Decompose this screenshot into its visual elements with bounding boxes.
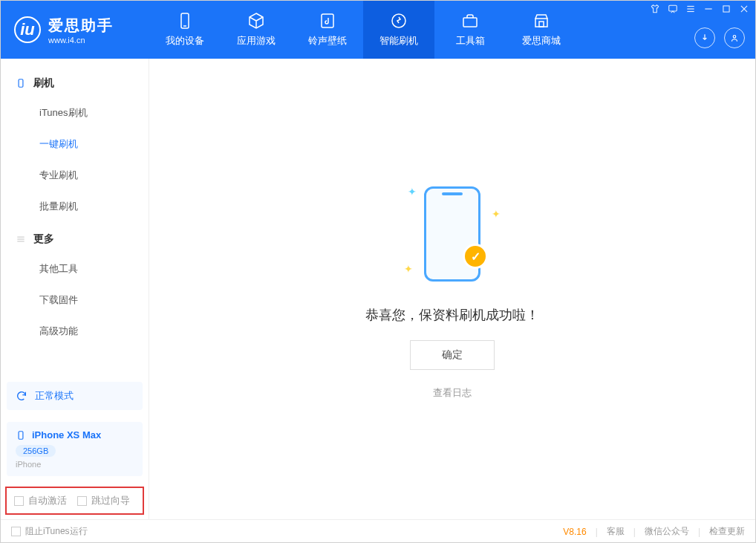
sidebar-item-pro[interactable]: 专业刷机 [1, 160, 149, 191]
svg-rect-19 [19, 431, 23, 439]
nav-toolbox[interactable]: 工具箱 [434, 1, 506, 59]
nav-label: 智能刷机 [379, 34, 418, 48]
sidebar-item-firmware[interactable]: 下载固件 [1, 284, 149, 316]
checkbox-label: 跳过向导 [91, 494, 130, 507]
nav-ringtones[interactable]: 铃声壁纸 [292, 1, 363, 59]
device-info-box[interactable]: iPhone XS Max 256GB iPhone [7, 422, 143, 476]
maximize-icon[interactable] [721, 4, 731, 14]
device-mode-label: 正常模式 [35, 389, 74, 403]
block-itunes-checkbox[interactable]: 阻止iTunes运行 [11, 525, 88, 538]
options-row: 自动激活 跳过向导 [5, 487, 144, 515]
version-label: V8.16 [563, 527, 586, 537]
success-illustration: ✦ ✦ ✦ ✓ [385, 178, 519, 290]
checkbox-label: 自动激活 [28, 494, 67, 507]
main-content: ✦ ✦ ✦ ✓ 恭喜您，保资料刷机成功啦！ 确定 查看日志 [149, 59, 755, 519]
sidebar-group-flash: 刷机 [1, 66, 149, 97]
close-icon[interactable] [739, 4, 749, 14]
logo-icon: iu [14, 16, 41, 43]
footer: 阻止iTunes运行 V8.16 | 客服 | 微信公众号 | 检查更新 [1, 519, 755, 543]
menu-icon[interactable] [685, 4, 696, 14]
phone-small-icon [16, 430, 26, 440]
svg-rect-2 [322, 14, 333, 27]
skip-guide-checkbox[interactable]: 跳过向导 [77, 494, 130, 507]
feedback-icon[interactable] [668, 4, 678, 14]
svg-rect-15 [19, 79, 23, 88]
ok-button[interactable]: 确定 [410, 340, 495, 370]
sidebar: 刷机 iTunes刷机 一键刷机 专业刷机 批量刷机 更多 其他工具 下载固件 … [1, 59, 149, 519]
app-subtitle: www.i4.cn [48, 36, 114, 45]
app-header: iu 爱思助手 www.i4.cn 我的设备 应用游戏 铃声壁纸 智能刷机 工具… [1, 1, 755, 59]
storage-badge: 256GB [16, 445, 56, 457]
titlebar-controls [650, 4, 749, 14]
download-button[interactable] [694, 27, 715, 48]
sync-icon [16, 390, 27, 402]
view-log-link[interactable]: 查看日志 [433, 386, 472, 400]
sidebar-item-itunes[interactable]: iTunes刷机 [1, 97, 149, 129]
sidebar-item-other[interactable]: 其他工具 [1, 253, 149, 284]
nav-label: 工具箱 [456, 34, 485, 48]
nav-label: 铃声壁纸 [308, 34, 347, 48]
svg-rect-4 [535, 19, 547, 27]
user-button[interactable] [724, 27, 745, 48]
svg-point-14 [733, 36, 736, 39]
phone-icon [16, 78, 26, 88]
cube-icon [247, 12, 265, 30]
checkbox-icon [14, 496, 24, 506]
store-icon [532, 12, 550, 30]
check-icon: ✓ [463, 244, 488, 269]
header-right-icons [694, 27, 745, 48]
logo-area: iu 爱思助手 www.i4.cn [1, 1, 149, 59]
checkbox-label: 阻止iTunes运行 [25, 525, 88, 538]
toolbox-icon [461, 12, 479, 30]
refresh-icon [390, 12, 408, 30]
checkbox-icon [77, 496, 87, 506]
device-type-label: iPhone [16, 460, 134, 469]
nav-store[interactable]: 爱思商城 [506, 1, 577, 59]
svg-rect-5 [539, 22, 544, 27]
checkbox-icon [11, 527, 21, 536]
footer-link-support[interactable]: 客服 [607, 525, 625, 538]
nav-my-device[interactable]: 我的设备 [149, 1, 221, 59]
minimize-icon[interactable] [703, 4, 714, 14]
device-name-label: iPhone XS Max [32, 429, 101, 440]
device-mode-box[interactable]: 正常模式 [7, 382, 143, 410]
footer-link-update[interactable]: 检查更新 [709, 525, 745, 538]
svg-rect-6 [669, 5, 677, 11]
list-icon [16, 234, 26, 244]
app-title: 爱思助手 [48, 16, 114, 36]
device-icon [176, 12, 194, 30]
svg-rect-11 [723, 6, 729, 12]
auto-activate-checkbox[interactable]: 自动激活 [14, 494, 67, 507]
sidebar-item-batch[interactable]: 批量刷机 [1, 191, 149, 222]
sidebar-item-advanced[interactable]: 高级功能 [1, 316, 149, 347]
sidebar-group-more: 更多 [1, 222, 149, 253]
nav-flash[interactable]: 智能刷机 [363, 1, 434, 59]
nav-bar: 我的设备 应用游戏 铃声壁纸 智能刷机 工具箱 爱思商城 [149, 1, 577, 59]
sidebar-item-oneclick[interactable]: 一键刷机 [1, 129, 149, 160]
svg-rect-3 [463, 18, 477, 27]
nav-label: 应用游戏 [237, 34, 276, 48]
footer-link-wechat[interactable]: 微信公众号 [645, 525, 689, 538]
success-message: 恭喜您，保资料刷机成功啦！ [365, 306, 539, 324]
nav-apps[interactable]: 应用游戏 [221, 1, 292, 59]
tshirt-icon[interactable] [650, 4, 660, 14]
nav-label: 我的设备 [166, 34, 204, 48]
nav-label: 爱思商城 [522, 34, 561, 48]
music-icon [319, 12, 336, 30]
